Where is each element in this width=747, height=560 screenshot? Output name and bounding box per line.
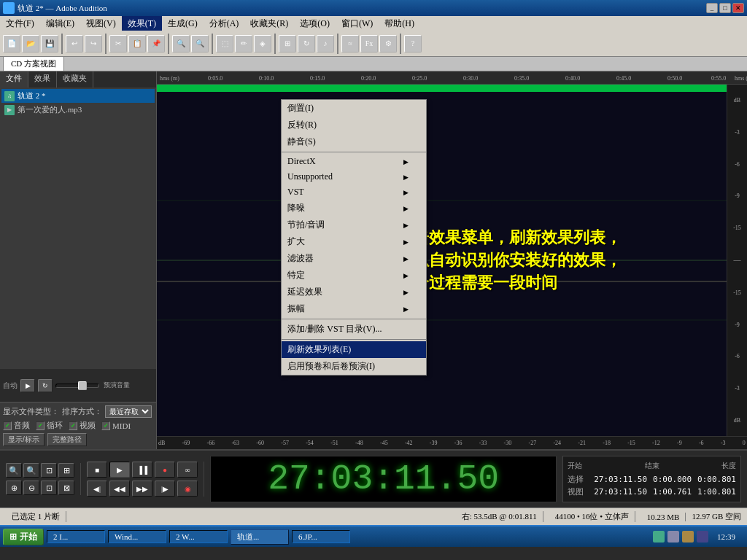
cm-tempo-label: 节拍/音调	[287, 219, 325, 231]
menu-favorites[interactable]: 收藏夹(R)	[244, 16, 294, 31]
menu-analyze[interactable]: 分析(A)	[204, 16, 245, 31]
toolbar-settings[interactable]: ⚙	[379, 35, 397, 52]
stop-btn[interactable]: ■	[87, 462, 107, 478]
tab-files[interactable]: 文件	[0, 71, 28, 88]
db-val-9-1: -9	[735, 192, 740, 199]
cm-reverse[interactable]: 反转(R)	[282, 117, 426, 133]
zoom-4-btn[interactable]: ⊠	[58, 481, 74, 495]
loop-checkbox[interactable]: ✓	[36, 421, 44, 430]
start-button[interactable]: ⊞ 开始	[3, 529, 44, 545]
toolbar-cut[interactable]: ✂	[109, 35, 127, 52]
cm-amplitude[interactable]: 振幅 ▶	[282, 300, 426, 317]
toolbar-mix[interactable]: ≈	[341, 35, 359, 52]
show-mark-button[interactable]: 显示/标示	[3, 433, 44, 446]
toolbar-beat[interactable]: ♪	[317, 35, 334, 52]
menu-view[interactable]: 视图(V)	[80, 16, 122, 31]
rewind-btn[interactable]: ◀◀	[109, 481, 130, 497]
cm-refresh-effects[interactable]: 刷新效果列表(E)	[282, 341, 426, 358]
zoom-in2-btn[interactable]: ⊕	[6, 481, 22, 495]
zoom-sel-btn[interactable]: ⊞	[58, 463, 74, 478]
toolbar-pencil[interactable]: ✏	[235, 35, 252, 52]
menu-effects[interactable]: 效果(T)	[122, 16, 162, 31]
menu-file[interactable]: 文件(F)	[0, 16, 40, 31]
record-btn[interactable]: ●	[155, 462, 175, 478]
cm-specific[interactable]: 特定 ▶	[282, 267, 426, 284]
waveform-canvas[interactable]: 点击效果菜单，刷新效果列表， 可以自动识别你安装好的效果， 这个过程需要一段时间…	[157, 85, 727, 436]
zoom-3-btn[interactable]: ⊡	[41, 481, 57, 495]
cm-directx[interactable]: DirectX ▶	[282, 154, 426, 169]
midi-checkbox[interactable]: ✓	[101, 421, 110, 430]
cm-silence[interactable]: 静音(S)	[282, 133, 426, 150]
go-start-btn[interactable]: ◀|	[87, 481, 107, 497]
menu-options[interactable]: 选项(O)	[294, 16, 336, 31]
audio-checkbox[interactable]: ✓	[3, 421, 12, 430]
toolbar-copy[interactable]: 📋	[128, 35, 146, 52]
tab-effects[interactable]: 效果	[28, 71, 57, 88]
tab-favorites[interactable]: 收藏夹	[57, 71, 93, 88]
zoom-out2-btn[interactable]: ⊖	[23, 481, 39, 495]
toolbar-save[interactable]: 💾	[41, 35, 58, 52]
time-value: 27:03:11.50	[268, 459, 499, 499]
full-path-button[interactable]: 完整路径	[47, 433, 87, 446]
minimize-button[interactable]: _	[706, 3, 718, 13]
filter-video: ✓ 视频	[69, 420, 96, 431]
zoom-fit-btn[interactable]: ⊡	[41, 463, 57, 478]
mini-play-btn[interactable]: ▶	[20, 379, 35, 392]
volume-slider-thumb[interactable]	[78, 381, 87, 390]
pause-btn[interactable]: ▐▐	[132, 462, 152, 478]
cm-delay[interactable]: 延迟效果 ▶	[282, 284, 426, 300]
tab-cd-view[interactable]: CD 方案视图	[3, 56, 64, 71]
menu-edit[interactable]: 编辑(E)	[40, 16, 80, 31]
cm-tempo[interactable]: 节拍/音调 ▶	[282, 217, 426, 233]
db-ruler-18: -18	[603, 440, 611, 446]
video-checkbox[interactable]: ✓	[69, 421, 77, 430]
restore-button[interactable]: □	[719, 3, 731, 13]
menu-window[interactable]: 窗口(W)	[336, 16, 379, 31]
toolbar-new[interactable]: 📄	[3, 35, 20, 52]
toolbar-snap[interactable]: ⊞	[279, 35, 296, 52]
zoom-in-btn[interactable]: 🔍	[6, 463, 22, 478]
play-btn[interactable]: ▶	[109, 462, 130, 478]
toolbar-help[interactable]: ?	[404, 35, 422, 52]
list-item[interactable]: ▶ 第一次爱的人.mp3	[1, 103, 155, 117]
menu-help[interactable]: 帮助(H)	[379, 16, 420, 31]
cm-add-vst[interactable]: 添加/删除 VST 目录(V)...	[282, 321, 426, 338]
menu-generate[interactable]: 生成(G)	[162, 16, 204, 31]
list-item[interactable]: ♫ 轨道 2 *	[1, 89, 155, 103]
cm-amplify[interactable]: 扩大 ▶	[282, 233, 426, 250]
cm-invert[interactable]: 倒置(I)	[282, 100, 426, 117]
col-end: 结束	[645, 461, 659, 471]
sort-select[interactable]: 最近存取	[105, 405, 152, 418]
zoom-out-btn[interactable]: 🔍	[23, 463, 39, 478]
toolbar-select[interactable]: ⬚	[216, 35, 233, 52]
go-end-btn[interactable]: |▶	[155, 481, 175, 497]
toolbar-undo[interactable]: ↩	[66, 35, 83, 52]
taskbar-item-track[interactable]: 轨道...	[231, 529, 289, 545]
punch-btn[interactable]: ◉	[177, 481, 198, 497]
taskbar-item-2i[interactable]: 2 I...	[47, 530, 105, 543]
toolbar-paste[interactable]: 📌	[147, 35, 165, 52]
cm-filter[interactable]: 滤波器 ▶	[282, 250, 426, 267]
toolbar-fx[interactable]: Fx	[360, 35, 378, 52]
cm-vst[interactable]: VST ▶	[282, 184, 426, 200]
cm-unsupported[interactable]: Unsupported ▶	[282, 169, 426, 184]
toolbar-loop[interactable]: ↻	[298, 35, 315, 52]
toolbar-marker[interactable]: ◈	[254, 35, 271, 52]
mini-loop-btn[interactable]: ↻	[38, 379, 53, 392]
toolbar-open[interactable]: 📂	[22, 35, 39, 52]
close-button[interactable]: ✕	[732, 3, 744, 13]
cm-preroll[interactable]: 启用预卷和后卷预演(I)	[282, 358, 426, 375]
volume-slider-track[interactable]	[55, 384, 99, 388]
taskbar-item-6jp[interactable]: 6.JP...	[292, 530, 350, 543]
svg-text:0:25.0: 0:25.0	[412, 75, 427, 82]
taskbar-item-2w[interactable]: 2 W...	[169, 530, 228, 543]
cm-sep1	[282, 152, 426, 152]
ffwd-btn[interactable]: ▶▶	[132, 481, 152, 497]
loop-btn[interactable]: ∞	[177, 462, 198, 478]
toolbar-redo[interactable]: ↪	[85, 35, 102, 52]
cm-denoise[interactable]: 降噪 ▶	[282, 200, 426, 217]
toolbar-zoom-in[interactable]: 🔍	[172, 35, 190, 52]
toolbar-zoom-out[interactable]: 🔍	[191, 35, 209, 52]
svg-text:hms (m): hms (m)	[160, 75, 179, 82]
taskbar-item-wind[interactable]: Wind...	[108, 530, 166, 543]
